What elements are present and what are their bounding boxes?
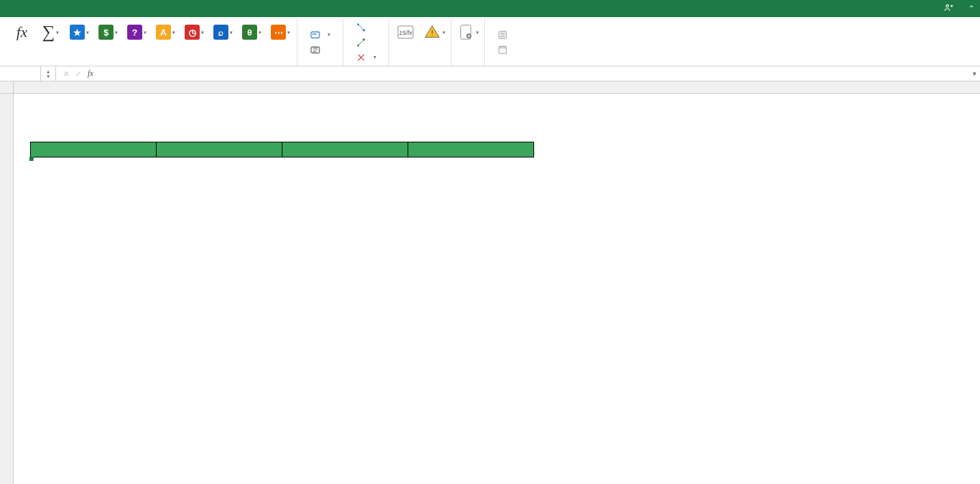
sheet-title	[30, 110, 534, 131]
create-from-selection-button[interactable]	[306, 43, 334, 57]
calc-sheet-icon	[497, 44, 508, 55]
svg-text:!: !	[431, 29, 433, 37]
math-button[interactable]: θ▾	[238, 20, 265, 46]
trace-precedents-icon	[356, 22, 367, 33]
warning-icon: !▾	[423, 21, 445, 43]
star-icon: ★▾	[68, 21, 90, 43]
cancel-icon[interactable]: ✕	[63, 69, 70, 79]
enter-icon[interactable]: ✓	[75, 69, 82, 79]
remove-arrows-icon	[356, 52, 367, 63]
question-icon: ?▾	[126, 21, 148, 43]
logical-button[interactable]: ?▾	[123, 20, 150, 46]
data-table	[30, 142, 534, 157]
lookup-button[interactable]: ⌕▾	[209, 20, 237, 46]
trace-dependents-button[interactable]	[352, 36, 380, 49]
select-all-corner[interactable]	[0, 81, 14, 94]
search-icon: ⌕▾	[212, 21, 234, 43]
calculate-sheet-button[interactable]	[493, 43, 515, 57]
ellipsis-icon: ⋯▾	[269, 21, 291, 43]
calc-now-icon	[497, 29, 508, 40]
header-goods	[31, 142, 157, 157]
financial-button[interactable]: $▾	[94, 20, 122, 46]
formula-bar-buttons: ✕ ✓ fx	[56, 66, 101, 81]
calculator-icon: ▾	[457, 21, 479, 43]
calculation-options-button[interactable]: ▾	[454, 20, 481, 46]
define-name-icon	[310, 29, 321, 40]
column-headers	[14, 81, 980, 94]
theta-icon: θ▾	[241, 21, 263, 43]
svg-rect-15	[499, 46, 507, 49]
text-button[interactable]: A▾	[152, 20, 179, 46]
grid[interactable]	[0, 94, 980, 484]
share-icon	[944, 3, 953, 14]
recently-used-button[interactable]: ★▾	[66, 20, 93, 46]
autosum-button[interactable]: ∑▾	[37, 20, 64, 46]
calculate-now-button[interactable]	[493, 28, 515, 42]
header-date1	[157, 142, 282, 157]
create-selection-icon	[310, 44, 321, 55]
trace-dependents-icon	[356, 37, 367, 48]
header-date3	[408, 142, 534, 157]
collapse-ribbon-icon[interactable]: ⌃	[963, 4, 980, 13]
ribbon: fx ∑▾ ★▾ $▾ ?▾ A▾	[0, 17, 980, 66]
show-formulas-icon: 15/fx	[395, 21, 416, 43]
insert-function-button[interactable]: fx	[8, 20, 36, 46]
svg-text:15/fx: 15/fx	[399, 29, 412, 36]
fx-icon: fx	[11, 21, 33, 43]
formula-input[interactable]	[101, 66, 969, 81]
more-functions-button[interactable]: ⋯▾	[267, 20, 294, 46]
menu-bar: ⌃	[0, 0, 980, 17]
fx-bar-icon[interactable]: fx	[88, 68, 94, 79]
selection-rectangle	[30, 157, 33, 160]
share-button[interactable]	[937, 3, 963, 14]
clock-icon: ◷▾	[183, 21, 205, 43]
formula-bar-expand[interactable]: ▼	[969, 66, 980, 81]
money-icon: $▾	[97, 21, 119, 43]
sigma-icon: ∑▾	[40, 21, 62, 43]
date-time-button[interactable]: ◷▾	[181, 20, 208, 46]
remove-arrows-button[interactable]: ▾	[352, 51, 380, 64]
text-icon: A▾	[155, 21, 176, 43]
svg-rect-2	[313, 34, 317, 34]
trace-precedents-button[interactable]	[352, 21, 380, 34]
name-box[interactable]	[0, 66, 41, 81]
name-box-dropdown[interactable]: ▲▼	[41, 66, 56, 81]
formula-bar: ▲▼ ✕ ✓ fx ▼	[0, 66, 980, 81]
define-name-button[interactable]: ▾	[306, 28, 334, 42]
error-checking-button[interactable]: !▾	[421, 20, 448, 46]
row-headers	[0, 94, 14, 484]
show-formulas-button[interactable]: 15/fx	[392, 20, 419, 46]
svg-rect-1	[311, 31, 319, 38]
svg-point-0	[946, 5, 949, 7]
header-date2	[282, 142, 408, 157]
